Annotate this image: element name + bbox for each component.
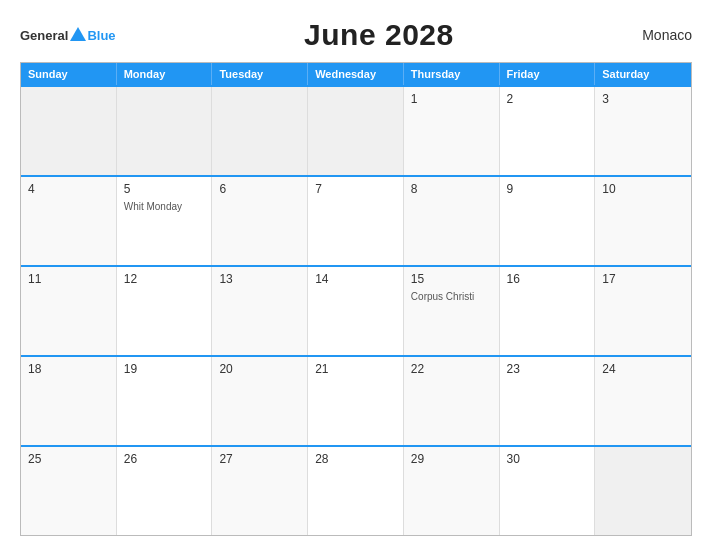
header: General Blue June 2028 Monaco (20, 18, 692, 52)
day-cell-jun17: 17 (595, 267, 691, 355)
logo-blue-text: Blue (87, 29, 115, 42)
day-cell-jun16: 16 (500, 267, 596, 355)
day-cell (117, 87, 213, 175)
day-cell-jun2: 2 (500, 87, 596, 175)
day-cell-jun30: 30 (500, 447, 596, 535)
weeks-container: 1 2 3 4 5 Whit Monday 6 (21, 85, 691, 535)
header-thursday: Thursday (404, 63, 500, 85)
day-cell-empty (595, 447, 691, 535)
day-cell-jun7: 7 (308, 177, 404, 265)
day-cell-jun19: 19 (117, 357, 213, 445)
day-cell-jun23: 23 (500, 357, 596, 445)
day-cell-jun26: 26 (117, 447, 213, 535)
day-cell-jun20: 20 (212, 357, 308, 445)
day-cell-jun9: 9 (500, 177, 596, 265)
day-cell-jun10: 10 (595, 177, 691, 265)
country-label: Monaco (642, 27, 692, 43)
day-cell (308, 87, 404, 175)
day-cell-jun21: 21 (308, 357, 404, 445)
header-saturday: Saturday (595, 63, 691, 85)
day-cell-jun14: 14 (308, 267, 404, 355)
day-cell-jun22: 22 (404, 357, 500, 445)
header-friday: Friday (500, 63, 596, 85)
day-cell-jun11: 11 (21, 267, 117, 355)
week-row-5: 25 26 27 28 29 30 (21, 445, 691, 535)
day-cell-jun5: 5 Whit Monday (117, 177, 213, 265)
header-monday: Monday (117, 63, 213, 85)
day-cell-jun24: 24 (595, 357, 691, 445)
day-cell-jun13: 13 (212, 267, 308, 355)
day-cell (212, 87, 308, 175)
header-wednesday: Wednesday (308, 63, 404, 85)
day-headers-row: Sunday Monday Tuesday Wednesday Thursday… (21, 63, 691, 85)
day-cell-jun28: 28 (308, 447, 404, 535)
day-cell (21, 87, 117, 175)
logo-triangle-icon (69, 25, 87, 43)
day-cell-jun6: 6 (212, 177, 308, 265)
day-cell-jun27: 27 (212, 447, 308, 535)
day-cell-jun29: 29 (404, 447, 500, 535)
calendar-grid: Sunday Monday Tuesday Wednesday Thursday… (20, 62, 692, 536)
svg-marker-0 (70, 27, 86, 41)
header-sunday: Sunday (21, 63, 117, 85)
header-tuesday: Tuesday (212, 63, 308, 85)
day-cell-jun18: 18 (21, 357, 117, 445)
week-row-3: 11 12 13 14 15 Corpus Christi 16 (21, 265, 691, 355)
day-cell-jun12: 12 (117, 267, 213, 355)
logo: General Blue (20, 26, 116, 44)
day-cell-jun3: 3 (595, 87, 691, 175)
day-cell-jun8: 8 (404, 177, 500, 265)
logo-general-text: General (20, 29, 68, 42)
day-cell-jun15: 15 Corpus Christi (404, 267, 500, 355)
week-row-4: 18 19 20 21 22 23 24 (21, 355, 691, 445)
day-cell-jun1: 1 (404, 87, 500, 175)
day-cell-jun4: 4 (21, 177, 117, 265)
calendar-title: June 2028 (304, 18, 454, 52)
week-row-1: 1 2 3 (21, 85, 691, 175)
calendar-page: General Blue June 2028 Monaco Sunday Mon… (0, 0, 712, 550)
week-row-2: 4 5 Whit Monday 6 7 8 9 (21, 175, 691, 265)
day-cell-jun25: 25 (21, 447, 117, 535)
